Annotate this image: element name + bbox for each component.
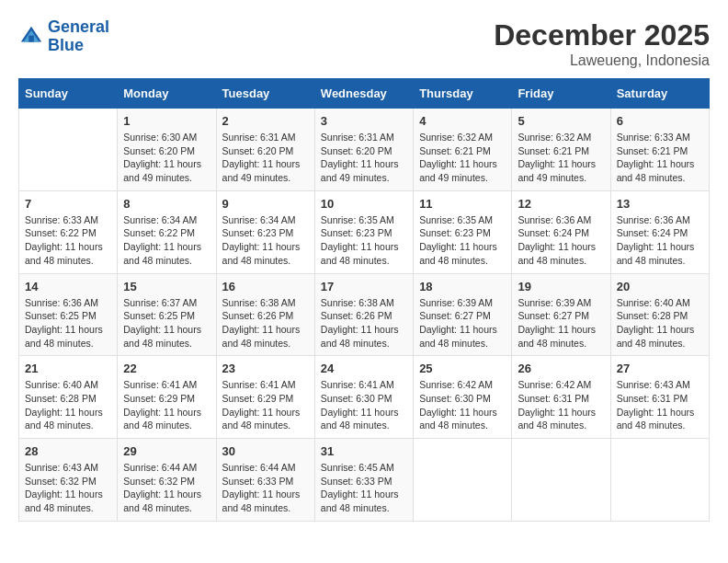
calendar-table: SundayMondayTuesdayWednesdayThursdayFrid… xyxy=(18,78,710,522)
calendar-cell: 13Sunrise: 6:36 AM Sunset: 6:24 PM Dayli… xyxy=(610,190,709,273)
day-number: 2 xyxy=(222,114,309,128)
day-info: Sunrise: 6:41 AM Sunset: 6:29 PM Dayligh… xyxy=(222,378,309,432)
day-number: 9 xyxy=(222,197,309,211)
weekday-header: Monday xyxy=(118,79,216,109)
calendar-week-row: 1Sunrise: 6:30 AM Sunset: 6:20 PM Daylig… xyxy=(19,109,710,191)
day-number: 31 xyxy=(321,444,407,458)
day-info: Sunrise: 6:37 AM Sunset: 6:25 PM Dayligh… xyxy=(123,296,210,350)
day-info: Sunrise: 6:43 AM Sunset: 6:31 PM Dayligh… xyxy=(617,378,703,432)
day-number: 6 xyxy=(617,114,703,128)
day-info: Sunrise: 6:41 AM Sunset: 6:30 PM Dayligh… xyxy=(321,378,407,432)
day-number: 26 xyxy=(518,362,604,375)
day-info: Sunrise: 6:41 AM Sunset: 6:29 PM Dayligh… xyxy=(123,378,210,432)
day-number: 20 xyxy=(617,280,703,293)
day-number: 11 xyxy=(419,197,506,211)
calendar-cell: 23Sunrise: 6:41 AM Sunset: 6:29 PM Dayli… xyxy=(216,356,314,439)
day-info: Sunrise: 6:42 AM Sunset: 6:30 PM Dayligh… xyxy=(419,378,506,432)
day-number: 12 xyxy=(518,197,604,211)
calendar-cell: 28Sunrise: 6:43 AM Sunset: 6:32 PM Dayli… xyxy=(19,439,118,522)
day-info: Sunrise: 6:40 AM Sunset: 6:28 PM Dayligh… xyxy=(617,296,703,350)
calendar-cell xyxy=(19,109,118,191)
logo: GeneralBlue xyxy=(18,18,109,55)
day-number: 27 xyxy=(617,362,703,375)
day-number: 24 xyxy=(321,362,407,375)
logo-icon xyxy=(18,24,44,50)
day-number: 25 xyxy=(419,362,506,375)
calendar-cell: 3Sunrise: 6:31 AM Sunset: 6:20 PM Daylig… xyxy=(314,109,413,191)
calendar-cell: 5Sunrise: 6:32 AM Sunset: 6:21 PM Daylig… xyxy=(512,109,610,191)
day-info: Sunrise: 6:33 AM Sunset: 6:22 PM Dayligh… xyxy=(25,213,111,268)
weekday-header: Sunday xyxy=(19,79,118,109)
day-info: Sunrise: 6:38 AM Sunset: 6:26 PM Dayligh… xyxy=(321,296,407,350)
calendar-week-row: 14Sunrise: 6:36 AM Sunset: 6:25 PM Dayli… xyxy=(19,273,710,356)
day-info: Sunrise: 6:42 AM Sunset: 6:31 PM Dayligh… xyxy=(518,378,604,432)
day-info: Sunrise: 6:45 AM Sunset: 6:33 PM Dayligh… xyxy=(321,461,407,515)
calendar-cell: 12Sunrise: 6:36 AM Sunset: 6:24 PM Dayli… xyxy=(512,190,610,273)
calendar-cell: 11Sunrise: 6:35 AM Sunset: 6:23 PM Dayli… xyxy=(414,190,512,273)
day-number: 30 xyxy=(222,444,309,458)
calendar-cell: 2Sunrise: 6:31 AM Sunset: 6:20 PM Daylig… xyxy=(216,109,314,191)
calendar-cell: 1Sunrise: 6:30 AM Sunset: 6:20 PM Daylig… xyxy=(118,109,216,191)
day-number: 22 xyxy=(123,362,210,375)
day-info: Sunrise: 6:32 AM Sunset: 6:21 PM Dayligh… xyxy=(419,131,506,185)
calendar-cell: 19Sunrise: 6:39 AM Sunset: 6:27 PM Dayli… xyxy=(512,273,610,356)
day-number: 16 xyxy=(222,280,309,293)
calendar-cell: 17Sunrise: 6:38 AM Sunset: 6:26 PM Dayli… xyxy=(314,273,413,356)
weekday-header: Friday xyxy=(512,79,610,109)
calendar-cell: 6Sunrise: 6:33 AM Sunset: 6:21 PM Daylig… xyxy=(610,109,709,191)
day-info: Sunrise: 6:38 AM Sunset: 6:26 PM Dayligh… xyxy=(222,296,309,350)
calendar-header: SundayMondayTuesdayWednesdayThursdayFrid… xyxy=(19,79,710,109)
day-info: Sunrise: 6:44 AM Sunset: 6:33 PM Dayligh… xyxy=(222,461,309,515)
day-number: 1 xyxy=(123,114,210,128)
calendar-cell: 27Sunrise: 6:43 AM Sunset: 6:31 PM Dayli… xyxy=(610,356,709,439)
day-number: 23 xyxy=(222,362,309,375)
svg-rect-2 xyxy=(28,35,34,41)
day-number: 10 xyxy=(321,197,407,211)
day-number: 3 xyxy=(321,114,407,128)
day-info: Sunrise: 6:36 AM Sunset: 6:24 PM Dayligh… xyxy=(518,213,604,268)
day-number: 5 xyxy=(518,114,604,128)
calendar-cell: 20Sunrise: 6:40 AM Sunset: 6:28 PM Dayli… xyxy=(610,273,709,356)
day-info: Sunrise: 6:32 AM Sunset: 6:21 PM Dayligh… xyxy=(518,131,604,185)
day-number: 28 xyxy=(25,444,111,458)
calendar-cell: 25Sunrise: 6:42 AM Sunset: 6:30 PM Dayli… xyxy=(414,356,512,439)
calendar-cell: 24Sunrise: 6:41 AM Sunset: 6:30 PM Dayli… xyxy=(314,356,413,439)
day-info: Sunrise: 6:35 AM Sunset: 6:23 PM Dayligh… xyxy=(321,213,407,268)
day-number: 29 xyxy=(123,444,210,458)
day-number: 14 xyxy=(25,280,111,293)
calendar-cell: 9Sunrise: 6:34 AM Sunset: 6:23 PM Daylig… xyxy=(216,190,314,273)
day-info: Sunrise: 6:33 AM Sunset: 6:21 PM Dayligh… xyxy=(617,131,703,185)
calendar-cell: 18Sunrise: 6:39 AM Sunset: 6:27 PM Dayli… xyxy=(414,273,512,356)
calendar-week-row: 7Sunrise: 6:33 AM Sunset: 6:22 PM Daylig… xyxy=(19,190,710,273)
calendar-cell: 26Sunrise: 6:42 AM Sunset: 6:31 PM Dayli… xyxy=(512,356,610,439)
day-number: 4 xyxy=(419,114,506,128)
day-number: 19 xyxy=(518,280,604,293)
calendar-cell: 10Sunrise: 6:35 AM Sunset: 6:23 PM Dayli… xyxy=(314,190,413,273)
calendar-cell: 30Sunrise: 6:44 AM Sunset: 6:33 PM Dayli… xyxy=(216,439,314,522)
location-title: Laweueng, Indonesia xyxy=(494,52,710,69)
day-number: 15 xyxy=(123,280,210,293)
day-info: Sunrise: 6:39 AM Sunset: 6:27 PM Dayligh… xyxy=(518,296,604,350)
month-title: December 2025 xyxy=(494,18,710,52)
calendar-week-row: 28Sunrise: 6:43 AM Sunset: 6:32 PM Dayli… xyxy=(19,439,710,522)
day-info: Sunrise: 6:39 AM Sunset: 6:27 PM Dayligh… xyxy=(419,296,506,350)
calendar-cell: 14Sunrise: 6:36 AM Sunset: 6:25 PM Dayli… xyxy=(19,273,118,356)
calendar-cell xyxy=(512,439,610,522)
calendar-cell xyxy=(414,439,512,522)
day-number: 17 xyxy=(321,280,407,293)
day-info: Sunrise: 6:44 AM Sunset: 6:32 PM Dayligh… xyxy=(123,461,210,515)
day-number: 7 xyxy=(25,197,111,211)
weekday-header: Thursday xyxy=(414,79,512,109)
day-info: Sunrise: 6:34 AM Sunset: 6:22 PM Dayligh… xyxy=(123,213,210,268)
day-number: 18 xyxy=(419,280,506,293)
calendar-cell: 4Sunrise: 6:32 AM Sunset: 6:21 PM Daylig… xyxy=(414,109,512,191)
day-info: Sunrise: 6:35 AM Sunset: 6:23 PM Dayligh… xyxy=(419,213,506,268)
day-info: Sunrise: 6:31 AM Sunset: 6:20 PM Dayligh… xyxy=(222,131,309,185)
weekday-header: Tuesday xyxy=(216,79,314,109)
calendar-cell: 29Sunrise: 6:44 AM Sunset: 6:32 PM Dayli… xyxy=(118,439,216,522)
day-info: Sunrise: 6:40 AM Sunset: 6:28 PM Dayligh… xyxy=(25,378,111,432)
day-info: Sunrise: 6:34 AM Sunset: 6:23 PM Dayligh… xyxy=(222,213,309,268)
calendar-body: 1Sunrise: 6:30 AM Sunset: 6:20 PM Daylig… xyxy=(19,109,710,522)
weekday-row: SundayMondayTuesdayWednesdayThursdayFrid… xyxy=(19,79,710,109)
calendar-cell: 21Sunrise: 6:40 AM Sunset: 6:28 PM Dayli… xyxy=(19,356,118,439)
